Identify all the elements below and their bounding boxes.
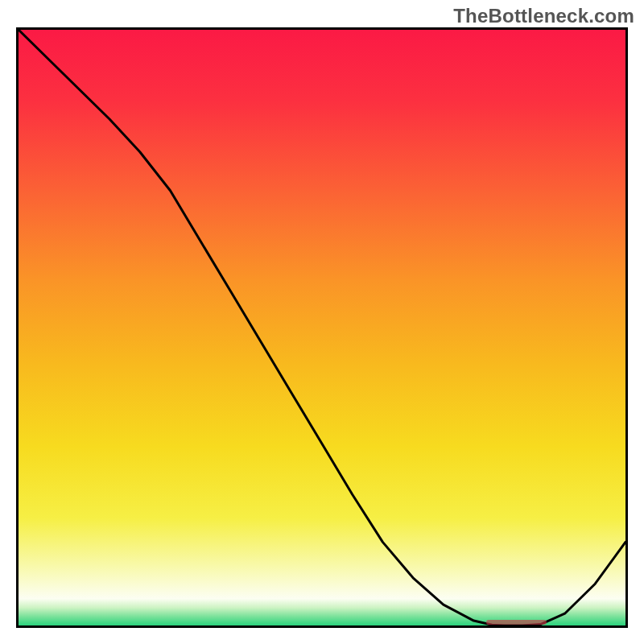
attribution-watermark: TheBottleneck.com [453,5,634,27]
chart-minimum-marker [486,620,547,625]
bottleneck-curve-line [19,30,625,625]
chart-curve [19,30,625,625]
chart-plot-area [16,27,628,628]
